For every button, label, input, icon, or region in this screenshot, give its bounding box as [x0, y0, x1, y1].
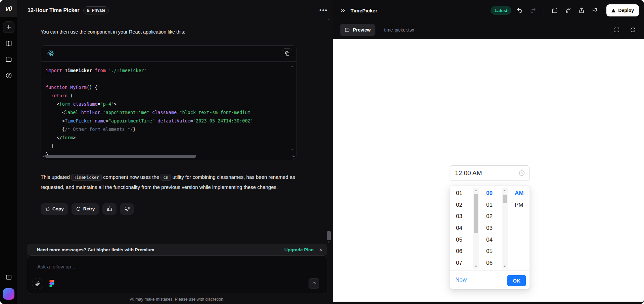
chat-scroll-down-icon[interactable]: ▼	[327, 241, 330, 244]
minute-option-05[interactable]: 05	[486, 246, 502, 257]
followup-input[interactable]: Ask a follow up...	[27, 255, 327, 294]
copy-button[interactable]: Copy	[41, 203, 68, 215]
minute-option-01[interactable]: 01	[486, 199, 502, 211]
new-chat-button[interactable]	[3, 21, 14, 33]
workspace-toolbar: Latest	[491, 4, 639, 16]
hour-option-02[interactable]: 02	[456, 199, 473, 211]
code-line: )	[46, 142, 296, 150]
code-block-header	[41, 46, 296, 62]
hour-option-04[interactable]: 04	[456, 222, 473, 234]
chat-scrollbar-thumb[interactable]	[327, 231, 331, 240]
attach-button[interactable]	[32, 278, 43, 289]
scroll-up-icon[interactable]: ▲	[473, 188, 479, 192]
add-to-codebase-button[interactable]	[549, 5, 560, 16]
summary-text: This updated	[41, 174, 71, 180]
workspace-panel: TimePicker Latest	[333, 0, 644, 304]
thumbs-up-button[interactable]	[102, 203, 117, 215]
retry-button[interactable]: Retry	[72, 203, 99, 215]
lock-icon	[86, 9, 90, 12]
figma-button[interactable]	[49, 280, 54, 287]
disclaimer-text: v0 may make mistakes. Please use with di…	[27, 297, 327, 302]
hours-column[interactable]: 01020304050607	[456, 188, 473, 269]
fork-button[interactable]	[563, 5, 573, 16]
arrow-up-icon	[312, 281, 317, 286]
figma-icon	[49, 280, 54, 287]
version-badge[interactable]: Latest	[491, 6, 511, 15]
code-hscroll-thumb[interactable]	[45, 155, 196, 158]
banner-text: Need more messages? Get higher limits wi…	[37, 247, 155, 252]
chat-menu-button[interactable]: •••	[319, 9, 328, 12]
summary-text: component now uses the	[102, 174, 160, 180]
chat-scroll-up-icon[interactable]: ▲	[327, 18, 330, 21]
preview-canvas: 12:00 AM 01020304050607 ▲ ▼ 000102030405…	[333, 39, 644, 302]
message-actions: Copy Retry	[41, 203, 296, 215]
code-box-icon	[551, 7, 558, 14]
flag-icon	[592, 7, 598, 14]
browser-window-icon	[344, 27, 350, 33]
tab-preview-label: Preview	[353, 27, 371, 33]
code-scroll-up-icon[interactable]: ▲	[291, 65, 293, 68]
share-icon	[578, 7, 585, 14]
code-line: {/* Other form elements */}	[46, 125, 296, 134]
deploy-button[interactable]: Deploy	[606, 4, 639, 16]
scroll-down-icon[interactable]: ▼	[502, 264, 508, 268]
share-button[interactable]	[576, 5, 587, 16]
docs-button[interactable]	[3, 38, 14, 49]
scroll-up-icon[interactable]: ▲	[502, 188, 508, 192]
minutes-scroll-thumb[interactable]	[503, 195, 507, 203]
fullscreen-button[interactable]	[611, 24, 622, 35]
composer-toolbar	[32, 278, 319, 289]
user-avatar[interactable]	[3, 288, 14, 300]
book-icon	[5, 40, 12, 47]
hours-scrollbar[interactable]: ▲ ▼	[473, 188, 479, 269]
minutes-scrollbar[interactable]: ▲ ▼	[502, 188, 508, 269]
deploy-label: Deploy	[618, 8, 634, 13]
report-button[interactable]	[590, 5, 600, 16]
toggle-panel-button[interactable]	[3, 271, 14, 283]
hours-scroll-thumb[interactable]	[474, 194, 478, 233]
code-line: <label htmlFor="appointmentTime" classNa…	[46, 108, 296, 117]
upgrade-plan-link[interactable]: Upgrade Plan	[284, 247, 314, 252]
scroll-down-icon[interactable]: ▼	[473, 264, 479, 268]
hour-option-07[interactable]: 07	[456, 257, 473, 269]
hour-option-01[interactable]: 01	[456, 188, 473, 199]
period-option-PM[interactable]: PM	[515, 199, 530, 211]
code-hscrollbar[interactable]: ◀ ▶	[42, 155, 295, 158]
period-option-AM[interactable]: AM	[515, 188, 530, 199]
hour-option-05[interactable]: 05	[456, 234, 473, 246]
banner-close-icon[interactable]: ✕	[319, 247, 323, 252]
app-window: v0	[0, 0, 644, 304]
tab-file[interactable]: time-picker.tsx	[384, 27, 414, 33]
paperclip-icon	[35, 281, 40, 286]
tab-preview[interactable]: Preview	[340, 24, 375, 36]
timepicker-columns: 01020304050607 ▲ ▼ 00010203040506 ▲ ▼ AM…	[450, 188, 530, 269]
code-scroll-right-icon[interactable]: ▶	[293, 155, 295, 158]
refresh-button[interactable]	[628, 24, 638, 35]
code-scroll-down-icon[interactable]: ▼	[291, 148, 293, 151]
minute-option-04[interactable]: 04	[486, 234, 502, 246]
undo-button[interactable]	[514, 5, 525, 16]
stage-tabbar: Preview time-picker.tsx	[333, 20, 644, 39]
now-link[interactable]: Now	[455, 276, 467, 283]
send-button[interactable]	[309, 278, 319, 289]
collapse-panel-button[interactable]	[340, 7, 346, 13]
minute-option-03[interactable]: 03	[486, 222, 502, 234]
code-scroll-left-icon[interactable]: ◀	[42, 155, 44, 158]
ok-button[interactable]: OK	[507, 275, 526, 286]
thumbs-down-button[interactable]	[120, 203, 134, 215]
redo-button[interactable]	[527, 5, 538, 16]
projects-button[interactable]	[3, 54, 14, 65]
minute-option-00[interactable]: 00	[486, 188, 502, 199]
hour-option-03[interactable]: 03	[456, 211, 473, 222]
minute-option-06[interactable]: 06	[486, 257, 502, 269]
code-copy-button[interactable]	[282, 48, 292, 58]
period-column[interactable]: AMPM	[515, 188, 530, 211]
timepicker-input[interactable]: 12:00 AM	[450, 165, 530, 181]
minute-option-02[interactable]: 02	[486, 211, 502, 222]
minutes-column[interactable]: 00010203040506	[486, 188, 502, 269]
code-line: import TimePicker from './TimePicker'	[46, 66, 296, 75]
help-button[interactable]	[3, 70, 14, 81]
v0-logo[interactable]: v0	[0, 0, 17, 17]
privacy-badge[interactable]: Private	[83, 6, 109, 14]
hour-option-06[interactable]: 06	[456, 246, 473, 257]
